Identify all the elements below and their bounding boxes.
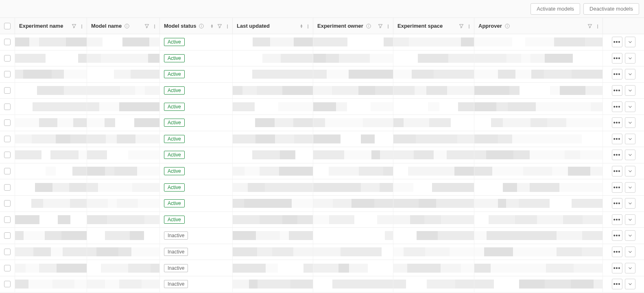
filter-icon[interactable] xyxy=(458,23,464,29)
header-last-updated[interactable]: Last updated ▲▼ || xyxy=(233,18,313,34)
cell-experiment-space xyxy=(393,115,474,131)
row-checkbox[interactable] xyxy=(4,55,11,62)
row-expand-button[interactable] xyxy=(625,134,635,144)
redacted-content xyxy=(313,215,393,224)
redacted-content xyxy=(474,86,603,95)
cell-model-status: Active xyxy=(160,66,233,82)
row-checkbox[interactable] xyxy=(4,71,11,77)
row-checkbox[interactable] xyxy=(4,184,11,191)
row-more-button[interactable]: ••• xyxy=(612,166,622,176)
filter-icon[interactable] xyxy=(378,23,383,29)
header-experiment-space[interactable]: Experiment space || xyxy=(393,18,474,34)
resize-handle[interactable]: || xyxy=(226,24,228,29)
cell-checkbox xyxy=(0,196,15,211)
activate-models-button[interactable]: Activate models xyxy=(530,3,580,15)
row-expand-button[interactable] xyxy=(625,117,635,128)
table-row: Active••• xyxy=(0,83,644,99)
row-checkbox[interactable] xyxy=(4,104,11,110)
row-expand-button[interactable] xyxy=(625,150,635,160)
info-icon[interactable] xyxy=(199,23,204,29)
row-checkbox[interactable] xyxy=(4,281,11,287)
resize-handle[interactable]: || xyxy=(467,24,470,29)
cell-actions: ••• xyxy=(603,276,644,292)
redacted-content xyxy=(313,86,393,95)
row-expand-button[interactable] xyxy=(625,166,635,176)
row-expand-button[interactable] xyxy=(625,198,635,209)
redacted-content xyxy=(87,264,159,273)
cell-checkbox xyxy=(0,99,15,115)
row-more-button[interactable]: ••• xyxy=(612,182,622,193)
header-approver[interactable]: Approver || xyxy=(474,18,603,34)
row-checkbox[interactable] xyxy=(4,200,11,207)
row-checkbox[interactable] xyxy=(4,39,11,45)
resize-handle[interactable]: || xyxy=(596,24,598,29)
row-expand-button[interactable] xyxy=(625,263,635,273)
row-expand-button[interactable] xyxy=(625,279,635,289)
filter-icon[interactable] xyxy=(217,23,223,29)
row-more-button[interactable]: ••• xyxy=(612,117,622,128)
row-checkbox[interactable] xyxy=(4,232,11,239)
row-expand-button[interactable] xyxy=(625,53,635,64)
row-more-button[interactable]: ••• xyxy=(612,198,622,209)
sort-icon[interactable]: ▲▼ xyxy=(210,24,214,28)
row-expand-button[interactable] xyxy=(625,230,635,241)
row-checkbox[interactable] xyxy=(4,265,11,271)
info-icon[interactable] xyxy=(366,23,371,29)
filter-icon[interactable] xyxy=(587,23,593,29)
redacted-content xyxy=(233,199,313,208)
row-more-button[interactable]: ••• xyxy=(612,279,622,289)
resize-handle[interactable]: || xyxy=(386,24,389,29)
row-expand-button[interactable] xyxy=(625,182,635,193)
row-checkbox[interactable] xyxy=(4,87,11,94)
filter-icon[interactable] xyxy=(71,23,77,29)
cell-model-name xyxy=(87,66,160,82)
row-checkbox[interactable] xyxy=(4,152,11,158)
row-expand-button[interactable] xyxy=(625,69,635,79)
row-more-button[interactable]: ••• xyxy=(612,214,622,225)
cell-last-updated xyxy=(233,83,313,99)
cell-model-status: Active xyxy=(160,163,233,179)
header-model-name[interactable]: Model name || xyxy=(87,18,160,34)
ellipsis-icon: ••• xyxy=(613,55,621,61)
cell-experiment-space xyxy=(393,276,474,292)
row-more-button[interactable]: ••• xyxy=(612,53,622,64)
row-checkbox[interactable] xyxy=(4,168,11,174)
row-checkbox[interactable] xyxy=(4,249,11,255)
ellipsis-icon: ••• xyxy=(613,120,621,126)
resize-handle[interactable]: || xyxy=(80,24,83,29)
resize-handle[interactable]: || xyxy=(153,24,155,29)
row-more-button[interactable]: ••• xyxy=(612,85,622,96)
filter-icon[interactable] xyxy=(144,23,150,29)
row-more-button[interactable]: ••• xyxy=(612,101,622,112)
row-checkbox[interactable] xyxy=(4,119,11,126)
row-more-button[interactable]: ••• xyxy=(612,69,622,79)
resize-handle[interactable]: || xyxy=(306,24,309,29)
row-expand-button[interactable] xyxy=(625,214,635,225)
row-more-button[interactable]: ••• xyxy=(612,263,622,273)
row-expand-button[interactable] xyxy=(625,247,635,257)
row-more-button[interactable]: ••• xyxy=(612,134,622,144)
redacted-content xyxy=(87,102,159,111)
row-expand-button[interactable] xyxy=(625,37,635,47)
header-experiment-name[interactable]: Experiment name || xyxy=(15,18,87,34)
info-icon[interactable] xyxy=(504,23,510,29)
redacted-content xyxy=(87,118,159,127)
header-model-status[interactable]: Model status ▲▼ || xyxy=(160,18,233,34)
header-experiment-owner[interactable]: Experiment owner || xyxy=(313,18,393,34)
info-icon[interactable] xyxy=(124,23,130,29)
row-expand-button[interactable] xyxy=(625,85,635,96)
row-more-button[interactable]: ••• xyxy=(612,230,622,241)
select-all-checkbox[interactable] xyxy=(4,23,11,29)
row-checkbox[interactable] xyxy=(4,136,11,142)
row-more-button[interactable]: ••• xyxy=(612,150,622,160)
cell-experiment-name xyxy=(15,115,87,131)
deactivate-models-button[interactable]: Deactivate models xyxy=(583,3,639,15)
row-more-button[interactable]: ••• xyxy=(612,247,622,257)
ellipsis-icon: ••• xyxy=(613,265,621,271)
row-more-button[interactable]: ••• xyxy=(612,37,622,47)
header-checkbox-cell xyxy=(0,18,15,34)
sort-icon[interactable]: ▲▼ xyxy=(300,24,303,28)
cell-approver xyxy=(474,66,603,82)
row-checkbox[interactable] xyxy=(4,216,11,223)
row-expand-button[interactable] xyxy=(625,101,635,112)
